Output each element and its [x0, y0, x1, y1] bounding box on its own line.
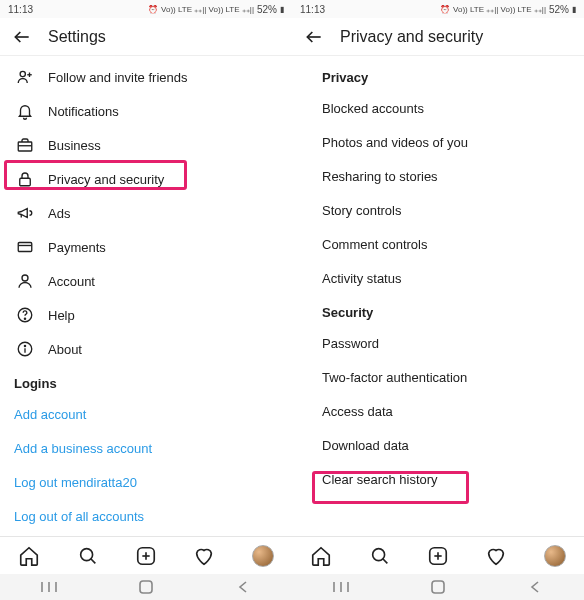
status-bar: 11:13 ⏰Vo)) LTE ₊₊|| Vo)) LTE ₊₊||52%▮ [0, 0, 292, 18]
header: Settings [0, 18, 292, 56]
page-title: Settings [48, 28, 106, 46]
info-icon [14, 338, 36, 360]
svg-rect-7 [18, 243, 32, 252]
privacy-item-reshare[interactable]: Resharing to stories [292, 159, 584, 193]
label: About [48, 342, 82, 357]
system-nav [292, 574, 584, 600]
status-bar: 11:13 ⏰Vo)) LTE ₊₊|| Vo)) LTE ₊₊||52%▮ [292, 0, 584, 18]
home-button[interactable] [137, 578, 155, 596]
settings-item-help[interactable]: Help [0, 298, 292, 332]
recents-button[interactable] [40, 578, 58, 596]
security-header: Security [292, 295, 584, 326]
bottom-nav [0, 536, 292, 574]
megaphone-icon [14, 202, 36, 224]
settings-item-payments[interactable]: Payments [0, 230, 292, 264]
svg-rect-33 [432, 581, 444, 593]
heart-icon[interactable] [485, 545, 507, 567]
phone-right: 11:13 ⏰Vo)) LTE ₊₊|| Vo)) LTE ₊₊||52%▮ P… [292, 0, 584, 600]
back-system-button[interactable] [526, 578, 544, 596]
home-icon[interactable] [18, 545, 40, 567]
status-indicators: ⏰Vo)) LTE ₊₊|| Vo)) LTE ₊₊||52%▮ [440, 4, 576, 15]
security-item-download[interactable]: Download data [292, 428, 584, 462]
privacy-item-photos[interactable]: Photos and videos of you [292, 125, 584, 159]
svg-point-9 [22, 275, 28, 281]
status-time: 11:13 [300, 4, 325, 15]
add-business-account-link[interactable]: Add a business account [0, 431, 292, 465]
svg-point-1 [20, 71, 25, 76]
settings-item-business[interactable]: Business [0, 128, 292, 162]
svg-rect-4 [18, 142, 32, 151]
profile-avatar[interactable] [544, 545, 566, 567]
add-account-link[interactable]: Add account [0, 397, 292, 431]
label: Business [48, 138, 101, 153]
add-post-icon[interactable] [427, 545, 449, 567]
home-icon[interactable] [310, 545, 332, 567]
privacy-header: Privacy [292, 60, 584, 91]
phone-left: 11:13 ⏰Vo)) LTE ₊₊|| Vo)) LTE ₊₊||52%▮ S… [0, 0, 292, 600]
privacy-item-blocked[interactable]: Blocked accounts [292, 91, 584, 125]
status-indicators: ⏰Vo)) LTE ₊₊|| Vo)) LTE ₊₊||52%▮ [148, 4, 284, 15]
add-post-icon[interactable] [135, 545, 157, 567]
search-icon[interactable] [369, 545, 391, 567]
settings-list: Follow and invite friends Notifications … [0, 56, 292, 536]
privacy-item-activity[interactable]: Activity status [292, 261, 584, 295]
card-icon [14, 236, 36, 258]
profile-avatar[interactable] [252, 545, 274, 567]
bell-icon [14, 100, 36, 122]
header: Privacy and security [292, 18, 584, 56]
logout-user-link[interactable]: Log out mendiratta20 [0, 465, 292, 499]
lock-icon [14, 168, 36, 190]
svg-rect-23 [140, 581, 152, 593]
privacy-item-story[interactable]: Story controls [292, 193, 584, 227]
heart-icon[interactable] [193, 545, 215, 567]
label: Notifications [48, 104, 119, 119]
system-nav [0, 574, 292, 600]
settings-item-privacy[interactable]: Privacy and security [0, 162, 292, 196]
label: Help [48, 308, 75, 323]
home-button[interactable] [429, 578, 447, 596]
bottom-nav [292, 536, 584, 574]
recents-button[interactable] [332, 578, 350, 596]
user-plus-icon [14, 66, 36, 88]
status-time: 11:13 [8, 4, 33, 15]
settings-item-about[interactable]: About [0, 332, 292, 366]
privacy-list: Privacy Blocked accounts Photos and vide… [292, 56, 584, 536]
back-button[interactable] [302, 25, 326, 49]
search-icon[interactable] [77, 545, 99, 567]
label: Ads [48, 206, 70, 221]
label: Account [48, 274, 95, 289]
label: Privacy and security [48, 172, 164, 187]
user-icon [14, 270, 36, 292]
logins-header: Logins [0, 366, 292, 397]
back-system-button[interactable] [234, 578, 252, 596]
label: Follow and invite friends [48, 70, 187, 85]
settings-item-ads[interactable]: Ads [0, 196, 292, 230]
help-icon [14, 304, 36, 326]
svg-line-16 [90, 558, 95, 563]
settings-item-account[interactable]: Account [0, 264, 292, 298]
settings-item-notifications[interactable]: Notifications [0, 94, 292, 128]
svg-rect-6 [20, 178, 31, 186]
security-item-2fa[interactable]: Two-factor authentication [292, 360, 584, 394]
briefcase-icon [14, 134, 36, 156]
logout-all-link[interactable]: Log out of all accounts [0, 499, 292, 533]
security-item-access[interactable]: Access data [292, 394, 584, 428]
settings-item-follow[interactable]: Follow and invite friends [0, 60, 292, 94]
page-title: Privacy and security [340, 28, 483, 46]
svg-point-11 [24, 318, 25, 319]
svg-point-13 [24, 345, 25, 346]
privacy-item-comment[interactable]: Comment controls [292, 227, 584, 261]
label: Payments [48, 240, 106, 255]
security-item-password[interactable]: Password [292, 326, 584, 360]
svg-line-26 [382, 558, 387, 563]
security-item-clear-history[interactable]: Clear search history [292, 462, 584, 496]
back-button[interactable] [10, 25, 34, 49]
